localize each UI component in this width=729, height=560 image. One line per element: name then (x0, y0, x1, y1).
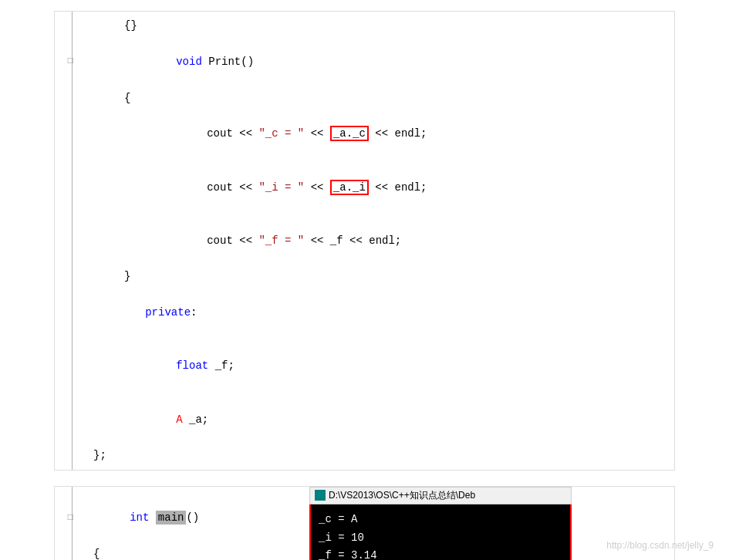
collapse-icon[interactable]: □ (61, 54, 78, 69)
collapse-main-icon[interactable]: □ (61, 511, 78, 525)
line-a-field: A _a; (78, 393, 674, 445)
terminal-line-3: _f = 3.14 (319, 547, 562, 560)
func-main: main (156, 511, 187, 525)
watermark: http://blog.csdn.net/jelly_9 (606, 540, 714, 551)
line-brace-open: { (78, 89, 674, 106)
line-class-end: }; (78, 447, 674, 464)
line-print-decl: void Print() (78, 35, 674, 87)
line-cout-i: cout << "_i = " << _a._i << endl; (78, 161, 674, 213)
line-brace-close: } (78, 268, 674, 285)
line-brace-empty: {} (78, 17, 674, 34)
terminal-popup: D:\VS2013\OS\C++知识点总结\Deb _c = A _i = 10… (309, 487, 572, 560)
highlight-a-c: _a._c (330, 126, 369, 141)
terminal-titlebar: D:\VS2013\OS\C++知识点总结\Deb (309, 487, 572, 504)
line-float: float _f; (78, 340, 674, 392)
terminal-line-1: _c = A (319, 511, 562, 529)
line-cout-c: cout << "_c = " << _a._c << endl; (78, 108, 674, 160)
terminal-icon (315, 490, 326, 501)
func-print: Print (208, 56, 241, 68)
kw-private: private (145, 306, 191, 319)
highlight-a-i: _a._i (330, 180, 369, 195)
terminal-title: D:\VS2013\OS\C++知识点总结\Deb (329, 489, 475, 502)
kw-float: float (176, 359, 208, 372)
terminal-line-2: _i = 10 (319, 529, 562, 548)
terminal-body: _c = A _i = 10 _f = 3.14 (309, 504, 572, 560)
kw-int: int (130, 511, 149, 524)
kw-void: void (176, 56, 202, 68)
class-a: A (176, 413, 182, 426)
line-private: private: (78, 287, 674, 339)
line-cout-f: cout << "_f = " << _f << endl; (78, 214, 674, 266)
